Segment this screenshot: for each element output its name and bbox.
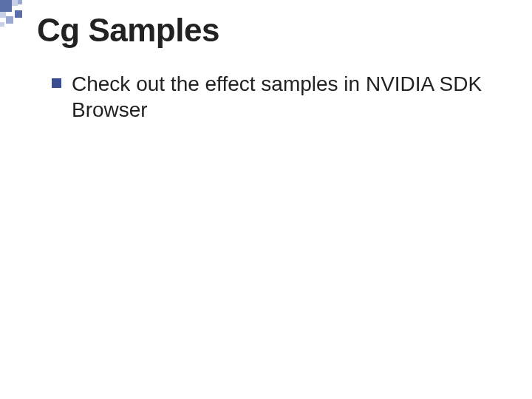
square-bullet-icon	[52, 78, 61, 88]
slide-body: Check out the effect samples in NVIDIA S…	[52, 71, 502, 123]
slide-title: Cg Samples	[37, 12, 219, 49]
bullet-text: Check out the effect samples in NVIDIA S…	[72, 71, 502, 123]
bullet-item: Check out the effect samples in NVIDIA S…	[52, 71, 502, 123]
